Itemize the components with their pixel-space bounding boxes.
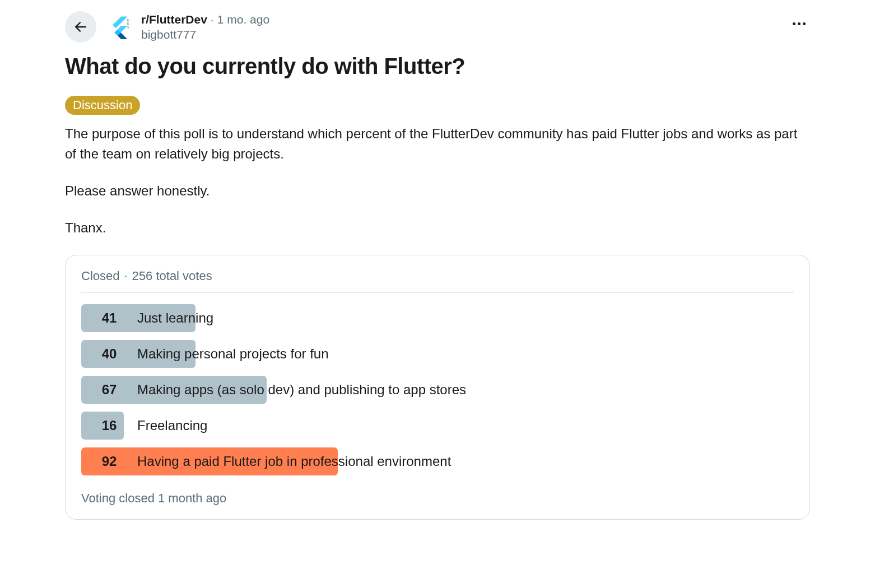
post-title: What do you currently do with Flutter? [65, 54, 810, 79]
poll-vote-count: 92 [81, 454, 137, 469]
arrow-left-icon [73, 20, 88, 34]
more-options-button[interactable] [788, 18, 810, 30]
body-paragraph: The purpose of this poll is to understan… [65, 124, 810, 164]
subreddit-link[interactable]: r/FlutterDev [141, 12, 207, 27]
poll-option: 41Just learning [81, 304, 794, 332]
svg-text:E: E [127, 22, 129, 25]
post-flair[interactable]: Discussion [65, 96, 140, 115]
poll-option: 16Freelancing [81, 412, 794, 440]
poll-option-label: Making apps (as solo dev) and publishing… [137, 382, 466, 398]
author-link[interactable]: bigbott777 [141, 27, 269, 42]
post-meta: r/FlutterDev · 1 mo. ago bigbott777 [141, 12, 269, 43]
subreddit-avatar[interactable]: D E V [103, 11, 134, 43]
poll-widget: Closed · 256 total votes 41Just learning… [65, 255, 810, 520]
poll-vote-count: 41 [81, 310, 137, 326]
body-paragraph: Thanx. [65, 218, 810, 238]
post-timestamp: 1 mo. ago [217, 12, 269, 27]
poll-status: Closed [81, 269, 119, 283]
poll-options-list: 41Just learning40Making personal project… [81, 304, 794, 475]
poll-option-label: Making personal projects for fun [137, 346, 329, 362]
separator: · [211, 12, 214, 27]
body-paragraph: Please answer honestly. [65, 181, 810, 201]
poll-option-label: Having a paid Flutter job in professiona… [137, 454, 451, 469]
post-header: D E V r/FlutterDev · 1 mo. ago bigbott77… [65, 11, 810, 43]
flutter-logo-icon: D E V [106, 15, 131, 39]
poll-option: 40Making personal projects for fun [81, 340, 794, 368]
poll-header: Closed · 256 total votes [81, 269, 794, 293]
poll-option-label: Freelancing [137, 418, 207, 433]
poll-vote-count: 67 [81, 382, 137, 398]
poll-option: 67Making apps (as solo dev) and publishi… [81, 376, 794, 404]
poll-option: 92Having a paid Flutter job in professio… [81, 447, 794, 475]
dots-icon [793, 22, 795, 25]
poll-total-votes: 256 total votes [132, 269, 212, 283]
svg-text:D: D [127, 18, 129, 22]
poll-vote-count: 16 [81, 418, 137, 433]
separator: · [124, 269, 127, 283]
svg-text:V: V [127, 26, 129, 29]
back-button[interactable] [65, 11, 96, 43]
post-body: The purpose of this poll is to understan… [65, 124, 810, 238]
poll-vote-count: 40 [81, 346, 137, 362]
poll-option-label: Just learning [137, 310, 213, 326]
poll-closed-note: Voting closed 1 month ago [81, 491, 794, 506]
